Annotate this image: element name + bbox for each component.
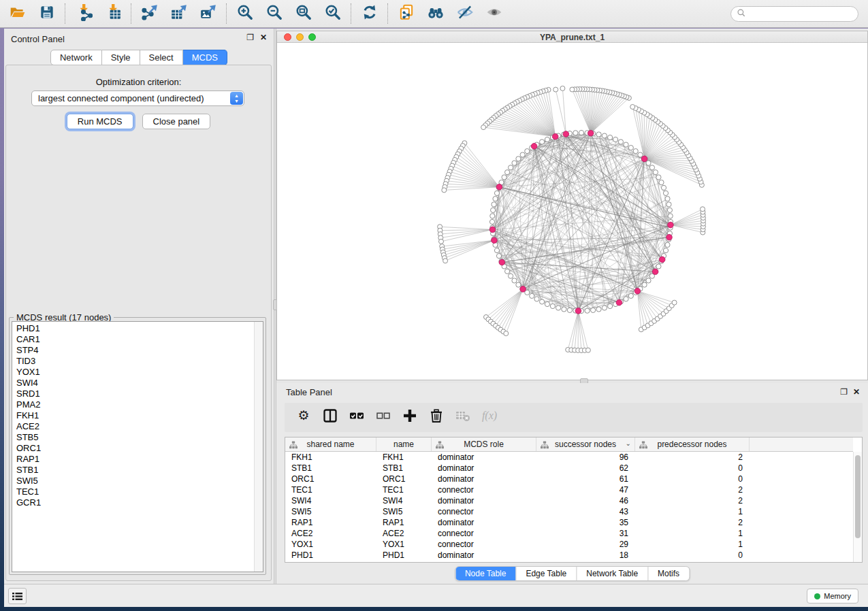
mcds-result-item[interactable]: ACE2 (12, 421, 263, 432)
tab-select[interactable]: Select (140, 50, 183, 65)
clone-network-button[interactable] (391, 2, 421, 25)
export-image-button[interactable] (193, 2, 223, 25)
cell-successor-nodes: 29 (536, 539, 635, 550)
close-panel-icon[interactable]: ✕ (260, 33, 267, 42)
table-row[interactable]: TEC1TEC1connector472 (285, 484, 853, 495)
mcds-result-item[interactable]: FKH1 (12, 410, 263, 421)
mcds-result-item[interactable]: TID3 (12, 356, 263, 367)
float-panel-icon[interactable]: ❐ (246, 33, 254, 42)
toolbar-separator (226, 3, 227, 24)
mcds-result-item[interactable]: SWI4 (12, 378, 263, 389)
import-table-button[interactable] (98, 2, 127, 25)
column-header-predecessor-nodes[interactable]: predecessor nodes (635, 437, 750, 451)
zoom-in-button[interactable] (230, 2, 259, 25)
mcds-result-item[interactable]: SRD1 (12, 389, 263, 399)
show-all-icon (485, 3, 503, 24)
export-table-button[interactable] (164, 2, 193, 25)
table-options-gear-button[interactable]: ⚙ (295, 410, 312, 426)
cell-successor-nodes: 47 (536, 484, 635, 495)
zoom-fit-button[interactable] (289, 2, 318, 25)
table-row[interactable]: SWI5SWI5connector431 (285, 506, 853, 517)
mcds-result-item[interactable]: CAR1 (12, 334, 263, 345)
add-column-button[interactable] (402, 410, 418, 426)
deselect-all-button[interactable] (375, 410, 391, 426)
table-row[interactable]: ACE2ACE2connector311 (285, 528, 853, 539)
table-row[interactable]: RAP1RAP1dominator352 (285, 517, 853, 528)
select-all-button[interactable] (349, 410, 365, 426)
column-header-name[interactable]: name (376, 437, 432, 451)
column-header-successor-nodes[interactable]: successor nodes⌄ (536, 437, 635, 451)
show-panels-button[interactable] (8, 588, 27, 604)
mcds-result-item[interactable]: PMA2 (12, 399, 263, 410)
import-network-button[interactable] (69, 2, 98, 25)
show-columns-button[interactable] (322, 410, 338, 426)
cell-MCDS-role: connector (432, 528, 536, 539)
table-row[interactable]: FKH1FKH1dominator962 (285, 452, 853, 463)
export-network-button[interactable] (135, 2, 164, 25)
zoom-selected-button[interactable] (318, 2, 347, 25)
table-row[interactable]: YOX1YOX1connector291 (285, 539, 853, 550)
search-box[interactable] (730, 6, 858, 22)
column-header-MCDS-role[interactable]: MCDS role (432, 437, 536, 451)
mcds-list-scrollbar[interactable] (254, 322, 263, 572)
table-row[interactable]: STB1STB1dominator620 (285, 463, 853, 474)
cell-name: RAP1 (376, 517, 432, 528)
table-row[interactable]: ORC1ORC1dominator610 (285, 474, 853, 484)
run-mcds-button[interactable]: Run MCDS (67, 114, 133, 129)
close-panel-button[interactable]: Close panel (142, 114, 211, 129)
mcds-result-item[interactable]: YOX1 (12, 367, 263, 378)
sort-desc-icon[interactable]: ⌄ (626, 440, 631, 447)
cell-MCDS-role: dominator (432, 550, 536, 561)
table-scrollbar[interactable] (853, 452, 862, 562)
network-window-titlebar[interactable]: YPA_prune.txt_1 (277, 31, 867, 43)
cell-MCDS-role: dominator (432, 452, 536, 463)
tab-network-table[interactable]: Network Table (576, 567, 647, 580)
mcds-result-item[interactable]: ORC1 (12, 443, 263, 454)
show-all-button[interactable] (479, 2, 509, 25)
optimization-criterion-dropdown[interactable]: largest connected component (undirected)… (31, 90, 244, 106)
node-table: shared namenameMCDS rolesuccessor nodes⌄… (285, 437, 863, 563)
memory-button[interactable]: Memory (807, 589, 858, 604)
zoom-out-button[interactable] (259, 2, 289, 25)
first-neighbors-button[interactable] (421, 2, 450, 25)
tab-edge-table[interactable]: Edge Table (515, 567, 576, 580)
mcds-result-item[interactable]: STB1 (12, 465, 263, 476)
mcds-result-item[interactable]: TEC1 (12, 486, 263, 497)
scrollbar-thumb[interactable] (855, 455, 861, 538)
toolbar-separator (65, 3, 65, 24)
list-icon (12, 592, 22, 601)
first-neighbors-icon (427, 3, 445, 24)
float-panel-icon[interactable]: ❐ (840, 388, 848, 396)
hide-selected-button[interactable] (450, 2, 479, 25)
search-input[interactable] (746, 10, 858, 19)
network-graph[interactable] (277, 43, 867, 380)
mcds-result-item[interactable]: RAP1 (12, 454, 263, 465)
apply-preferred-layout-button[interactable] (355, 2, 384, 25)
mcds-result-item[interactable]: PHD1 (12, 322, 263, 334)
hide-selected-icon (456, 3, 474, 24)
mcds-result-list[interactable]: PHD1CAR1STP4TID3YOX1SWI4SRD1PMA2FKH1ACE2… (12, 321, 263, 572)
mcds-result-item[interactable]: GCR1 (12, 497, 263, 508)
table-options-gear-icon: ⚙ (295, 408, 312, 427)
delete-column-button[interactable] (428, 410, 445, 426)
mcds-result-item[interactable]: STB5 (12, 432, 263, 443)
export-network-icon (141, 3, 159, 24)
tab-motifs[interactable]: Motifs (647, 567, 689, 580)
column-header-shared-name[interactable]: shared name (285, 437, 376, 451)
network-canvas[interactable] (277, 43, 867, 380)
table-row[interactable]: PHD1PHD1dominator180 (285, 550, 853, 561)
tab-node-table[interactable]: Node Table (455, 567, 516, 580)
open-file-button[interactable] (3, 2, 32, 25)
column-label: name (393, 440, 414, 449)
cell-predecessor-nodes: 0 (635, 474, 750, 484)
mcds-result-item[interactable]: SWI5 (12, 476, 263, 486)
tab-network[interactable]: Network (50, 50, 102, 65)
close-panel-icon[interactable]: ✕ (853, 388, 860, 396)
cell-predecessor-nodes: 1 (635, 528, 750, 539)
table-row[interactable]: SWI4SWI4dominator462 (285, 495, 853, 506)
tab-style[interactable]: Style (102, 50, 140, 65)
mcds-result-item[interactable]: STP4 (12, 345, 263, 356)
control-panel: Control Panel ❐ ✕ NetworkStyleSelectMCDS… (4, 29, 274, 584)
save-session-button[interactable] (32, 2, 61, 25)
tab-mcds[interactable]: MCDS (183, 50, 227, 65)
